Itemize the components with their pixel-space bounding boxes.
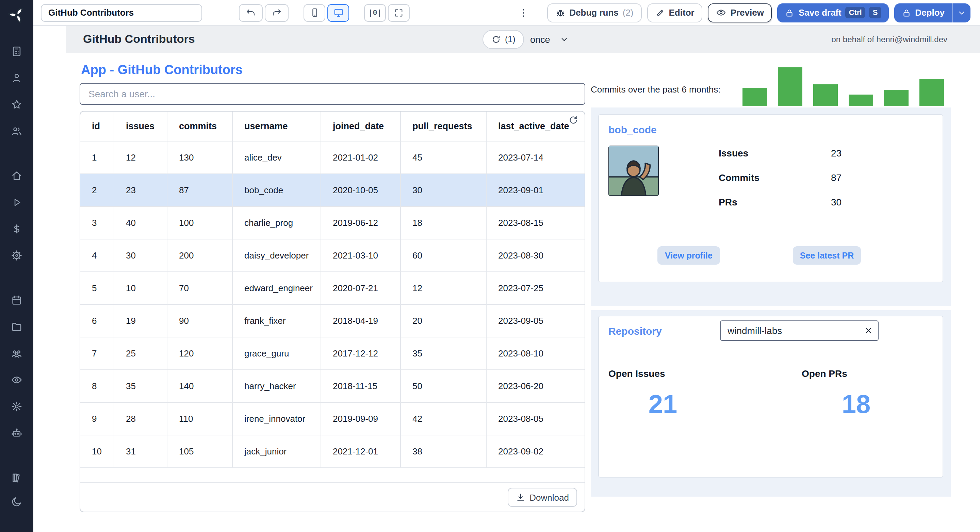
table-cell: 50 — [400, 370, 486, 402]
expand-icon — [394, 8, 404, 17]
editor-label: Editor — [669, 8, 695, 18]
table-row[interactable]: 725120grace_guru2017-12-12352023-08-10 — [80, 337, 585, 370]
table-cell: 140 — [167, 370, 232, 402]
app-name-input[interactable] — [41, 4, 202, 21]
column-header-username[interactable]: username — [232, 111, 321, 141]
sidebar-icon-user[interactable] — [7, 68, 26, 87]
chart-bar — [778, 67, 802, 106]
sidebar-icon-moon[interactable] — [7, 492, 26, 511]
preview-button[interactable]: Preview — [708, 3, 772, 22]
schedule-select[interactable]: once — [527, 30, 572, 49]
sidebar-icon-team[interactable] — [7, 343, 26, 363]
contributor-name: bob_code — [608, 124, 657, 135]
repository-input[interactable] — [720, 321, 878, 341]
view-profile-button[interactable]: View profile — [657, 246, 720, 265]
windmill-logo-icon[interactable] — [8, 6, 25, 24]
see-latest-pr-button[interactable]: See latest PR — [793, 246, 861, 265]
save-draft-button[interactable]: Save draft Ctrl S — [778, 3, 888, 22]
sidebar-icon-books[interactable] — [7, 468, 26, 487]
undo-button[interactable] — [239, 4, 263, 21]
sidebar-icon-play[interactable] — [7, 192, 26, 211]
table-row[interactable]: 340100charlie_prog2019-06-12182023-08-15 — [80, 207, 585, 240]
table-cell: 2023-08-10 — [486, 337, 585, 369]
table-row[interactable]: 22387bob_code2020-10-05302023-09-01 — [80, 174, 585, 207]
lock-icon — [901, 8, 911, 17]
table-row[interactable]: 112130alice_dev2021-01-02452023-07-14 — [80, 141, 585, 174]
editor-button[interactable]: Editor — [647, 3, 703, 22]
undo-redo-group — [239, 4, 288, 21]
deploy-button[interactable]: Deploy — [894, 3, 952, 22]
mobile-view-button[interactable] — [304, 4, 325, 21]
table-cell: 5 — [80, 272, 114, 304]
table-cell: frank_fixer — [232, 305, 321, 337]
redo-button[interactable] — [265, 4, 288, 21]
column-header-id[interactable]: id — [80, 111, 114, 141]
table-cell: 2023-09-02 — [486, 435, 585, 467]
table-cell: 1 — [80, 141, 114, 173]
table-cell: 130 — [167, 141, 232, 173]
table-cell: alice_dev — [232, 141, 321, 173]
grid-align-button[interactable]: |0| — [364, 4, 386, 21]
metric-value: 18 — [802, 390, 911, 419]
sidebar-icon-helm[interactable] — [7, 246, 26, 265]
table-cell: 2019-09-09 — [321, 403, 400, 435]
table-cell: charlie_prog — [232, 207, 321, 239]
debug-runs-count: (2) — [623, 8, 633, 18]
clear-repository-button[interactable] — [863, 325, 874, 336]
sidebar-group — [7, 41, 26, 140]
fullscreen-button[interactable] — [388, 4, 410, 21]
column-header-issues[interactable]: issues — [114, 111, 167, 141]
on-behalf-text: on behalf of henri@windmill.dev — [831, 26, 947, 53]
table-cell: 38 — [400, 435, 486, 467]
stat-label: Issues — [719, 148, 831, 159]
table-cell: 6 — [80, 305, 114, 337]
table-row[interactable]: 61990frank_fixer2018-04-19202023-09-05 — [80, 305, 585, 337]
download-button[interactable]: Download — [508, 488, 577, 507]
table-cell: 40 — [114, 207, 167, 239]
sidebar-icon-home[interactable] — [7, 166, 26, 185]
table-header-row: idissuescommitsusernamejoined_datepull_r… — [80, 111, 585, 141]
preview-label: Preview — [730, 8, 764, 18]
sidebar-icon-star[interactable] — [7, 95, 26, 114]
contributor-card: bob_code Issues23Commits87PRs30 View pro… — [598, 114, 943, 282]
sidebar-icon-calendar[interactable] — [7, 291, 26, 310]
table-cell: 10 — [114, 272, 167, 304]
table-cell: 19 — [114, 305, 167, 337]
more-menu-button[interactable] — [515, 4, 530, 21]
sidebar-icon-gear[interactable] — [7, 397, 26, 416]
column-header-joined_date[interactable]: joined_date — [321, 111, 400, 141]
table-cell: 2023-09-01 — [486, 174, 585, 206]
sidebar-icon-users[interactable] — [7, 121, 26, 140]
column-header-pull_requests[interactable]: pull_requests — [400, 111, 486, 141]
table-row[interactable]: 51070edward_engineer2020-07-21122023-07-… — [80, 272, 585, 305]
app-refresh-button[interactable]: (1) — [482, 30, 524, 49]
table-cell: 8 — [80, 370, 114, 402]
table-cell: jack_junior — [232, 435, 321, 467]
table-row[interactable]: 835140harry_hacker2018-11-15502023-06-20 — [80, 370, 585, 403]
sidebar-icon-folder[interactable] — [7, 317, 26, 336]
editor-toolbar: |0| Debug runs (2) Editor Preview Save d… — [33, 0, 980, 26]
kebab-menu-icon — [517, 7, 528, 18]
sidebar-icon-eye[interactable] — [7, 370, 26, 389]
debug-runs-label: Debug runs — [569, 8, 618, 18]
table-row[interactable]: 1031105jack_junior2021-12-01382023-09-02 — [80, 435, 585, 468]
table-cell: 2017-12-12 — [321, 337, 400, 369]
table-cell: 2 — [80, 174, 114, 206]
sidebar-icon-robot[interactable] — [7, 423, 26, 442]
table-row[interactable]: 430200daisy_developer2021-03-10602023-08… — [80, 240, 585, 272]
debug-runs-button[interactable]: Debug runs (2) — [547, 3, 641, 22]
table-cell: 30 — [114, 240, 167, 272]
stat-value: 30 — [831, 197, 842, 208]
sidebar-icon-apps[interactable] — [7, 41, 26, 60]
deploy-options-button[interactable] — [952, 3, 970, 22]
sidebar-icon-dollar[interactable] — [7, 219, 26, 238]
desktop-view-button[interactable] — [327, 4, 349, 21]
refresh-icon — [492, 35, 501, 44]
table-row[interactable]: 928110irene_innovator2019-09-09422023-08… — [80, 403, 585, 435]
table-cell: 31 — [114, 435, 167, 467]
table-cell: 45 — [400, 141, 486, 173]
search-user-input[interactable] — [80, 83, 585, 105]
column-header-commits[interactable]: commits — [167, 111, 232, 141]
stat-label: Commits — [719, 172, 831, 183]
table-refresh-button[interactable] — [568, 115, 579, 125]
